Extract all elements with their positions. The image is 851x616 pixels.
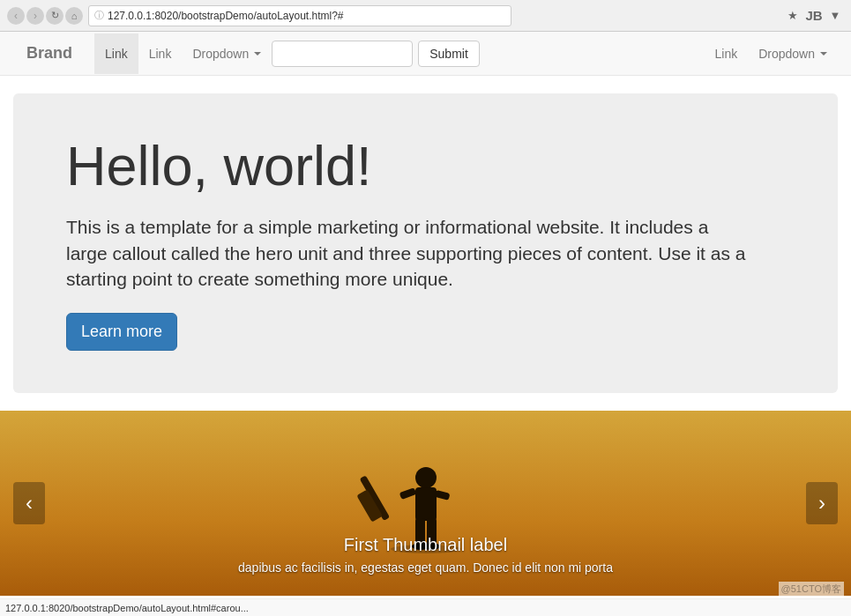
navbar-link-2[interactable]: Link (138, 33, 183, 74)
navbar-dropdown-1[interactable]: Dropdown (182, 33, 272, 74)
carousel-prev-button[interactable]: ‹ (13, 482, 45, 524)
navbar-right-dropdown-1[interactable]: Dropdown (748, 33, 838, 74)
reload-button[interactable]: ↻ (46, 7, 63, 25)
svg-rect-4 (434, 490, 450, 501)
carousel-caption-text: dapibus ac facilisis in, egestas eget qu… (0, 560, 851, 575)
carousel-next-button[interactable]: › (806, 482, 838, 524)
browser-right-controls: ★ JB ▼ (784, 7, 844, 25)
navbar: Brand Link Link Dropdown Submit Link Dro… (0, 32, 851, 76)
svg-rect-1 (415, 487, 437, 521)
dropdown-caret-2 (820, 52, 827, 56)
url-text: 127.0.0.1:8020/bootstrapDemo/autoLayout.… (108, 10, 505, 22)
jumbotron-heading: Hello, world! (66, 136, 785, 197)
carousel-caption-title: First Thumbnail label (0, 535, 851, 555)
carousel-caption: First Thumbnail label dapibus ac facilis… (0, 535, 851, 575)
svg-point-2 (415, 467, 437, 488)
bookmark-button[interactable]: ★ (784, 7, 802, 25)
navbar-search-input[interactable] (272, 41, 413, 67)
navbar-right-link-1[interactable]: Link (704, 33, 748, 74)
forward-button[interactable]: › (26, 7, 44, 25)
browser-expand-button[interactable]: ▼ (826, 7, 844, 25)
jumbotron-body: This is a template for a simple marketin… (66, 214, 754, 292)
navbar-right: Link Dropdown (704, 33, 838, 74)
home-button[interactable]: ⌂ (65, 7, 83, 25)
jumbotron: Hello, world! This is a template for a s… (13, 93, 838, 393)
dropdown-caret-1 (254, 52, 261, 56)
address-bar[interactable]: ⓘ 127.0.0.1:8020/bootstrapDemo/autoLayou… (88, 5, 511, 26)
back-button[interactable]: ‹ (7, 7, 25, 25)
browser-chrome: ‹ › ↻ ⌂ ⓘ 127.0.0.1:8020/bootstrapDemo/a… (0, 0, 851, 32)
navbar-submit-button[interactable]: Submit (418, 41, 480, 67)
ssl-icon: ⓘ (94, 9, 104, 22)
svg-rect-3 (399, 488, 416, 501)
navbar-brand[interactable]: Brand (13, 31, 86, 76)
watermark: @51CTO博客 (779, 582, 844, 596)
learn-more-button[interactable]: Learn more (66, 313, 177, 351)
navbar-form: Submit (272, 32, 480, 76)
carousel: ‹ › First Thumbnail label dapibus ac fac… (0, 411, 851, 596)
navbar-left: Brand Link Link Dropdown Submit (13, 31, 704, 76)
browser-nav-buttons: ‹ › ↻ ⌂ (7, 7, 83, 25)
navbar-link-1[interactable]: Link (94, 33, 138, 74)
browser-menu-button[interactable]: JB (805, 7, 823, 25)
